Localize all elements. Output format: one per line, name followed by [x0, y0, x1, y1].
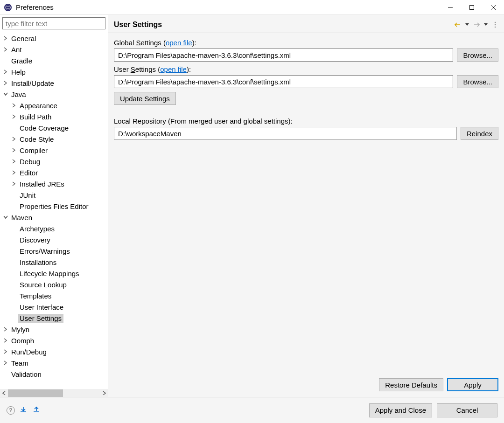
export-prefs-icon[interactable] [33, 406, 41, 414]
tree-item-label: Properties Files Editor [18, 202, 91, 211]
tree-item-java[interactable]: Java [0, 89, 108, 100]
forward-icon[interactable] [473, 21, 480, 28]
tree-item-java-appearance[interactable]: Appearance [0, 100, 108, 111]
chevron-right-icon[interactable] [2, 337, 9, 344]
tree-item-gradle[interactable]: Gradle [0, 55, 108, 66]
tree-item-install-update[interactable]: Install/Update [0, 77, 108, 89]
filter-input[interactable] [2, 17, 105, 29]
scroll-thumb[interactable] [8, 389, 63, 397]
tree-item-label: Help [9, 68, 28, 76]
chevron-right-icon[interactable] [10, 135, 18, 143]
tree-item-ant[interactable]: Ant [0, 44, 108, 55]
update-settings-button[interactable]: Update Settings [114, 92, 176, 105]
tree-item-maven-ui[interactable]: User Interface [0, 301, 108, 312]
chevron-right-icon[interactable] [10, 102, 18, 109]
page-title: User Settings [114, 21, 455, 29]
import-prefs-icon[interactable] [20, 406, 28, 414]
svg-point-7 [495, 24, 496, 25]
tree-item-maven-templates[interactable]: Templates [0, 290, 108, 301]
cancel-button[interactable]: Cancel [437, 403, 497, 417]
apply-button[interactable]: Apply [447, 378, 498, 391]
tree-item-maven-srclookup[interactable]: Source Lookup [0, 279, 108, 290]
tree-item-java-editor[interactable]: Editor [0, 167, 108, 178]
view-menu-icon[interactable] [492, 21, 498, 28]
tree-item-maven-discovery[interactable]: Discovery [0, 234, 108, 245]
preferences-tree[interactable]: GeneralAntGradleHelpInstall/UpdateJavaAp… [0, 32, 108, 389]
reindex-button[interactable]: Reindex [461, 127, 498, 140]
tree-item-maven[interactable]: Maven [0, 212, 108, 223]
tree-item-label: Editor [18, 168, 40, 177]
user-open-file-link[interactable]: open file [160, 65, 187, 73]
user-settings-input[interactable] [114, 75, 453, 88]
global-open-file-link[interactable]: open file [166, 39, 192, 47]
tree-item-general[interactable]: General [0, 33, 108, 44]
window-title: Preferences [16, 3, 440, 11]
chevron-right-icon[interactable] [2, 35, 9, 42]
tree-h-scrollbar[interactable] [0, 389, 108, 397]
chevron-right-icon[interactable] [10, 169, 18, 176]
close-button[interactable] [483, 0, 504, 15]
tree-item-mylyn[interactable]: Mylyn [0, 324, 108, 335]
tree-item-label: Validation [9, 370, 43, 379]
chevron-right-icon[interactable] [10, 113, 18, 120]
global-settings-input[interactable] [114, 49, 453, 62]
tree-item-label: Oomph [9, 336, 36, 345]
tree-item-label: Errors/Warnings [18, 247, 72, 256]
back-menu-icon[interactable] [464, 21, 470, 28]
forward-menu-icon[interactable] [483, 21, 489, 28]
tree-item-rundebug[interactable]: Run/Debug [0, 346, 108, 357]
global-browse-button[interactable]: Browse... [457, 49, 498, 62]
tree-item-team[interactable]: Team [0, 357, 108, 368]
svg-point-6 [495, 22, 496, 23]
apply-and-close-button[interactable]: Apply and Close [369, 403, 432, 417]
tree-item-label: Build Path [18, 112, 53, 121]
tree-item-java-codestyle[interactable]: Code Style [0, 133, 108, 145]
tree-item-maven-lifecycle[interactable]: Lifecycle Mappings [0, 268, 108, 279]
scroll-left-icon[interactable] [0, 389, 8, 397]
chevron-right-icon[interactable] [2, 68, 9, 76]
tree-item-help[interactable]: Help [0, 66, 108, 77]
tree-item-label: Lifecycle Mappings [18, 269, 81, 278]
chevron-right-icon[interactable] [10, 180, 18, 187]
minimize-button[interactable] [440, 0, 461, 15]
tree-item-java-codecoverage[interactable]: Code Coverage [0, 122, 108, 133]
tree-item-label: Mylyn [9, 325, 31, 334]
chevron-right-icon[interactable] [2, 326, 9, 333]
tree-item-maven-usersettings[interactable]: User Settings [0, 312, 108, 324]
tree-item-label: Code Style [18, 135, 56, 144]
scroll-track[interactable] [8, 389, 100, 397]
tree-item-label: Templates [18, 291, 53, 300]
tree-item-java-debug[interactable]: Debug [0, 156, 108, 167]
page-body: Global Settings (open file): Browse... U… [108, 33, 504, 397]
tree-item-java-junit[interactable]: JUnit [0, 189, 108, 201]
chevron-down-icon[interactable] [2, 90, 9, 98]
tree-item-validation[interactable]: Validation [0, 368, 108, 380]
tree-item-oomph[interactable]: Oomph [0, 335, 108, 346]
tree-item-java-jres[interactable]: Installed JREs [0, 178, 108, 189]
chevron-right-icon[interactable] [10, 158, 18, 165]
filter-wrap [0, 15, 108, 32]
back-icon[interactable] [455, 21, 461, 28]
page-button-bar: Restore Defaults Apply [114, 370, 498, 391]
scroll-right-icon[interactable] [100, 389, 108, 397]
tree-item-label: Archetypes [18, 224, 56, 233]
dialog-footer: ? Apply and Close Cancel [0, 397, 504, 423]
tree-item-label: General [9, 34, 38, 43]
tree-item-maven-errwarn[interactable]: Errors/Warnings [0, 245, 108, 257]
chevron-right-icon[interactable] [2, 359, 9, 367]
tree-item-maven-install[interactable]: Installations [0, 257, 108, 268]
chevron-right-icon[interactable] [10, 146, 18, 154]
chevron-down-icon[interactable] [2, 214, 9, 221]
chevron-right-icon[interactable] [2, 46, 9, 53]
maximize-button[interactable] [461, 0, 483, 15]
tree-item-java-buildpath[interactable]: Build Path [0, 111, 108, 122]
tree-item-java-props[interactable]: Properties Files Editor [0, 201, 108, 212]
user-browse-button[interactable]: Browse... [457, 75, 498, 88]
restore-defaults-button[interactable]: Restore Defaults [379, 378, 443, 391]
tree-item-label: Ant [9, 45, 24, 54]
tree-item-java-compiler[interactable]: Compiler [0, 145, 108, 156]
chevron-right-icon[interactable] [2, 348, 9, 355]
help-icon[interactable]: ? [7, 406, 15, 415]
tree-item-maven-archetypes[interactable]: Archetypes [0, 223, 108, 234]
chevron-right-icon[interactable] [2, 79, 9, 87]
